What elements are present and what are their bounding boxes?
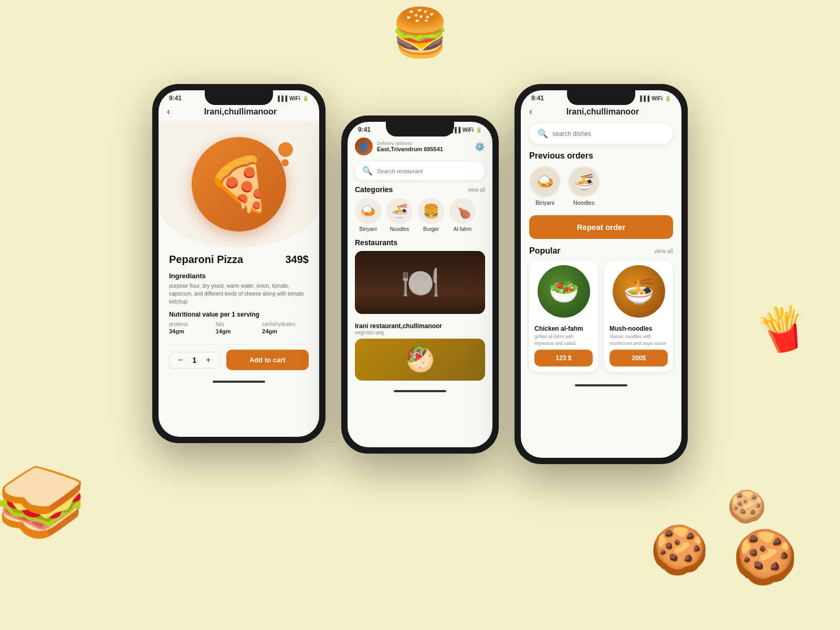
biriyani-label: Biriyani	[360, 226, 377, 232]
signal-icon: ▐▐▐	[276, 96, 287, 101]
filter-icon[interactable]: ⚙️	[475, 142, 485, 152]
add-to-cart-button[interactable]: Add to cart	[226, 350, 309, 370]
restaurant-info-1: Irani restaurant,chullimanoor veg/non-ve…	[348, 319, 492, 339]
noodles-img-wrap: 🍜	[604, 261, 673, 322]
biriyani-icon: 🍛	[355, 198, 381, 224]
home-pill2	[394, 390, 446, 392]
nutrition-values-row: 34gm 14gm 24gm	[169, 328, 309, 334]
home-pill3	[575, 384, 627, 386]
categories-row: 🍛 Biriyani 🍜 Noodles 🍔 Burger 🍗 Al-fahm	[348, 198, 492, 238]
phone3-time: 9:41	[531, 94, 544, 102]
popular-section-header: Popular view all	[521, 246, 681, 261]
delivery-label: Delivery address	[377, 141, 443, 146]
carbs-value: 24gm	[262, 328, 309, 334]
fat-label: fats	[216, 321, 262, 327]
delivery-address: East,Trivandrum 695541	[377, 146, 443, 152]
categories-view-all[interactable]: view all	[468, 187, 485, 193]
home-indicator2	[348, 386, 492, 394]
cart-row: − 1 + Add to cart	[169, 344, 309, 370]
bg-fries-emoji: 🍟	[751, 299, 814, 360]
noodles-dish-name: Mush-noodles	[604, 322, 657, 333]
phone1-screen: 9:41 ▐▐▐ WiFi 🔋 ‹ Irani,chullimanoor 🍕	[159, 90, 319, 437]
pizza-hero-area: 🍕	[159, 121, 319, 247]
home-indicator3	[521, 380, 681, 388]
chicken-dish-desc: grilled al-fahm with mynoace and salad	[529, 333, 598, 350]
nutrition-labels-row: protiens fats carbohydrates	[169, 321, 309, 327]
restaurant-type-1: veg/non-veg	[355, 330, 485, 335]
chicken-image: 🥗	[538, 265, 590, 318]
alfahm-icon: 🍗	[449, 198, 476, 224]
bg-cookie2-emoji: 🍪	[650, 522, 709, 578]
phone1-frame: 9:41 ▐▐▐ WiFi 🔋 ‹ Irani,chullimanoor 🍕	[152, 84, 326, 443]
noodles-price-button[interactable]: 200$	[610, 350, 668, 366]
repeat-order-button[interactable]: Repeat order	[529, 215, 673, 239]
noodles-label: Noodles	[390, 226, 410, 232]
restaurant-card-2[interactable]: 🥙	[355, 339, 485, 381]
chicken-dish-name: Chicken al-fahm	[529, 322, 589, 333]
phone2-search-bar[interactable]: 🔍	[355, 162, 485, 180]
noodles-image: 🍜	[613, 265, 665, 318]
noodles-order-label: Noodles	[573, 200, 594, 206]
biriyani-order-label: Biriyani	[536, 200, 554, 206]
restaurant-card-1[interactable]: 🍽️	[355, 251, 485, 314]
category-noodles[interactable]: 🍜 Noodles	[386, 198, 413, 232]
phone1-notch	[205, 90, 273, 105]
protein-value: 34gm	[169, 328, 216, 334]
phone3-frame: 9:41 ▐▐▐ WiFi 🔋 ‹ Irani,chullimanoor 🔍 P…	[514, 84, 688, 464]
phone3-header: ‹ Irani,chullimanoor	[521, 104, 681, 121]
burger-label: Burger	[423, 226, 439, 232]
phone3-status-icons: ▐▐▐ WiFi 🔋	[638, 96, 671, 101]
battery-icon: 🔋	[302, 96, 309, 101]
category-alfahm[interactable]: 🍗 Al-fahm	[449, 198, 476, 232]
fat-value: 14gm	[216, 328, 262, 334]
categories-title: Categories	[355, 185, 393, 194]
pizza-image: 🍕	[192, 137, 286, 232]
category-burger[interactable]: 🍔 Burger	[418, 198, 444, 232]
search-icon2: 🔍	[362, 166, 373, 176]
quantity-display: 1	[189, 356, 200, 364]
restaurant-name-1: Irani restaurant,chullimanoor	[355, 322, 485, 330]
bg-sandwich-emoji: 🥪	[0, 456, 90, 550]
ingredients-text: purpose flour, dry yeast, warm water, on…	[169, 282, 309, 306]
search-dishes-bar[interactable]: 🔍	[529, 123, 673, 144]
search-dishes-input[interactable]	[552, 130, 665, 138]
chicken-price-button[interactable]: 123 $	[534, 350, 593, 366]
phone1-content: Peparoni Pizza 349$ Ingrediants purpose …	[159, 247, 319, 376]
dish-name: Peparoni Pizza	[169, 254, 243, 266]
phone2-status-icons: ▐▐▐ WiFi 🔋	[449, 127, 482, 133]
phone3-notch	[567, 90, 635, 105]
quantity-decrease-button[interactable]: −	[176, 355, 185, 365]
prev-order-noodles[interactable]: 🍜 Noodles	[568, 166, 600, 206]
category-biriyani[interactable]: 🍛 Biriyani	[355, 198, 381, 232]
phone2-frame: 9:41 ▐▐▐ WiFi 🔋 👤 Delivery address East,…	[341, 116, 499, 454]
dish-name-row: Peparoni Pizza 349$	[169, 254, 309, 266]
prev-order-biriyani[interactable]: 🍛 Biriyani	[529, 166, 561, 206]
quantity-increase-button[interactable]: +	[204, 355, 213, 365]
home-indicator	[159, 376, 319, 385]
phone2-search-input[interactable]	[377, 168, 478, 174]
wifi-icon: WiFi	[289, 96, 300, 101]
phone3-title: Irani,chullimanoor	[532, 107, 673, 117]
phone2-delivery-bar: 👤 Delivery address East,Trivandrum 69554…	[348, 135, 492, 160]
phone1-status-icons: ▐▐▐ WiFi 🔋	[276, 96, 309, 101]
wifi-icon2: WiFi	[463, 127, 474, 133]
phone3-screen: 9:41 ▐▐▐ WiFi 🔋 ‹ Irani,chullimanoor 🔍 P…	[521, 90, 681, 458]
popular-card-noodles[interactable]: 🍜 Mush-noodles classic noodles with mush…	[604, 261, 673, 372]
battery-icon3: 🔋	[665, 96, 671, 101]
phone2-time: 9:41	[358, 126, 371, 133]
popular-view-all[interactable]: view all	[654, 248, 673, 254]
wifi-icon3: WiFi	[652, 96, 663, 101]
delivery-info: 👤 Delivery address East,Trivandrum 69554…	[355, 138, 443, 155]
popular-cards-wrapper: 🥗 Chicken al-fahm grilled al-fahm with m…	[521, 261, 681, 380]
battery-icon2: 🔋	[476, 127, 482, 133]
previous-orders-title: Previous orders	[521, 151, 681, 166]
dish-price: 349$	[286, 254, 309, 266]
biriyani-order-img: 🍛	[529, 166, 561, 197]
burger-icon: 🍔	[418, 198, 444, 224]
phone1-header: ‹ Irani,chullimanoor	[159, 104, 319, 121]
noodles-dish-desc: classic noodles with mushroom and soya s…	[604, 333, 673, 350]
phones-container: 9:41 ▐▐▐ WiFi 🔋 ‹ Irani,chullimanoor 🍕	[152, 84, 688, 464]
popular-card-chicken[interactable]: 🥗 Chicken al-fahm grilled al-fahm with m…	[529, 261, 598, 372]
phone2-screen: 9:41 ▐▐▐ WiFi 🔋 👤 Delivery address East,…	[348, 122, 492, 447]
restaurants-title: Restaurants	[348, 238, 492, 251]
